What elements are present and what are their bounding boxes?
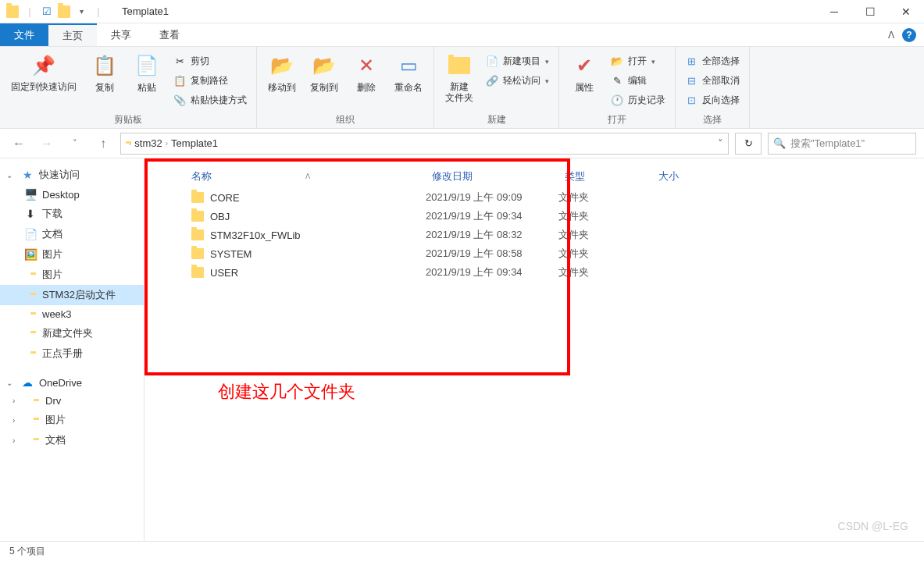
selectnone-button[interactable]: ⊟全部取消 (682, 73, 743, 89)
moveto-button[interactable]: 📂移动到 (263, 50, 301, 98)
title-bar: | ☑ ▾ | Template1 ─ ☐ ✕ (0, 0, 924, 23)
table-row[interactable]: CORE2021/9/19 上午 09:09文件夹 (144, 188, 924, 207)
collapse-ribbon-icon[interactable]: ᐱ (888, 30, 894, 41)
copypath-button[interactable]: 📋复制路径 (170, 73, 250, 89)
breadcrumb-item[interactable]: Template1 (171, 137, 218, 149)
refresh-button[interactable]: ↻ (735, 133, 762, 155)
help-icon[interactable]: ? (902, 28, 916, 42)
cut-button[interactable]: ✂剪切 (170, 53, 250, 69)
sidebar-item-label: week3 (42, 308, 72, 320)
close-button[interactable]: ✕ (888, 0, 924, 23)
sidebar-item[interactable]: week3 (0, 305, 144, 323)
sidebar-item[interactable]: 正点手册 (0, 343, 144, 364)
column-headers: 名称ᐱ 修改日期 类型 大小 (144, 165, 924, 188)
sidebar-item-label: 下载 (42, 207, 62, 221)
sidebar-item-label: Desktop (42, 189, 80, 201)
sidebar-item-label: 新建文件夹 (42, 326, 93, 340)
group-organize: 📂移动到 📂复制到 ✕删除 ▭重命名 组织 (257, 47, 434, 128)
search-input[interactable]: 🔍 搜索"Template1" (768, 133, 916, 155)
folder-icon: 🖥️ (23, 188, 37, 201)
invert-button[interactable]: ⊡反向选择 (682, 92, 743, 108)
tab-file[interactable]: 文件 (0, 23, 48, 46)
breadcrumb-item[interactable]: stm32 (134, 137, 162, 149)
folder-icon[interactable] (58, 5, 70, 18)
folder-icon (191, 248, 204, 259)
sidebar-item[interactable]: 图片 (0, 265, 144, 285)
pasteshortcut-button[interactable]: 📎粘贴快捷方式 (170, 92, 250, 108)
copyto-button[interactable]: 📂复制到 (305, 50, 343, 98)
table-row[interactable]: SYSTEM2021/9/19 上午 08:58文件夹 (144, 244, 924, 263)
newitem-icon: 📄 (486, 55, 498, 68)
sidebar-item[interactable]: ›文档 (0, 430, 144, 450)
column-size[interactable]: 大小 (652, 165, 715, 188)
status-bar: 5 个项目 (0, 541, 924, 561)
file-type: 文件夹 (558, 228, 652, 242)
moveto-icon: 📂 (269, 53, 294, 78)
selectall-button[interactable]: ⊞全部选择 (682, 53, 743, 69)
back-button[interactable]: ← (8, 133, 30, 155)
sidebar-item[interactable]: ›图片 (0, 410, 144, 430)
sidebar-item[interactable]: STM32启动文件 (0, 285, 144, 305)
sidebar-item[interactable]: 📄文档 (0, 224, 144, 244)
edit-button[interactable]: ✎编辑 (608, 73, 669, 89)
sidebar-item-label: 文档 (42, 227, 62, 241)
chevron-right-icon: › (129, 139, 131, 148)
file-type: 文件夹 (558, 265, 652, 279)
copy-button[interactable]: 📋复制 (86, 50, 123, 98)
sidebar-item[interactable]: 新建文件夹 (0, 323, 144, 343)
ribbon-tabs: 文件 主页 共享 查看 ᐱ ? (0, 23, 924, 47)
ribbon: 📌固定到快速访问 📋复制 📄粘贴 ✂剪切 📋复制路径 📎粘贴快捷方式 剪贴板 📂… (0, 47, 924, 129)
table-row[interactable]: OBJ2021/9/19 上午 09:34文件夹 (144, 207, 924, 226)
table-row[interactable]: STM32F10x_FWLib2021/9/19 上午 08:32文件夹 (144, 226, 924, 244)
sidebar-item[interactable]: ›Drv (0, 392, 144, 410)
up-button[interactable]: ↑ (92, 133, 114, 155)
item-count: 5 个项目 (9, 545, 45, 558)
tab-home[interactable]: 主页 (48, 23, 97, 46)
onedrive-node[interactable]: ⌄☁OneDrive (0, 373, 144, 392)
properties-button[interactable]: ✔属性 (565, 50, 603, 98)
file-list: 名称ᐱ 修改日期 类型 大小 CORE2021/9/19 上午 09:09文件夹… (144, 158, 924, 541)
history-button[interactable]: 🕐历史记录 (608, 92, 669, 108)
sort-icon: ᐱ (305, 173, 310, 180)
easyaccess-button[interactable]: 🔗轻松访问 ▾ (483, 73, 552, 89)
open-button[interactable]: 📂打开 ▾ (608, 53, 669, 69)
forward-button[interactable]: → (36, 133, 58, 155)
file-name: USER (210, 267, 238, 279)
file-date: 2021/9/19 上午 08:58 (426, 247, 558, 261)
minimize-button[interactable]: ─ (816, 0, 852, 23)
maximize-button[interactable]: ☐ (852, 0, 888, 23)
scissors-icon: ✂ (173, 55, 186, 68)
column-date[interactable]: 修改日期 (426, 165, 558, 188)
group-label: 选择 (682, 112, 743, 126)
sidebar-item[interactable]: 🖥️Desktop (0, 185, 144, 204)
folder-icon (6, 5, 19, 18)
group-new: 新建 文件夹 📄新建项目 ▾ 🔗轻松访问 ▾ 新建 (434, 47, 559, 128)
column-name[interactable]: 名称ᐱ (160, 165, 426, 188)
paste-button[interactable]: 📄粘贴 (128, 50, 166, 98)
edit-icon: ✎ (611, 75, 623, 87)
newitem-button[interactable]: 📄新建项目 ▾ (483, 53, 552, 69)
rename-button[interactable]: ▭重命名 (390, 50, 427, 98)
delete-button[interactable]: ✕删除 (348, 50, 385, 98)
breadcrumb[interactable]: › stm32 › Template1 ˅ (120, 133, 729, 155)
checkbox-icon[interactable]: ☑ (41, 5, 53, 18)
chevron-down-icon[interactable]: ˅ (718, 137, 723, 149)
newfolder-button[interactable]: 新建 文件夹 (441, 50, 478, 107)
sidebar-item[interactable]: 🖼️图片 (0, 244, 144, 265)
window-title: Template1 (111, 5, 169, 17)
path-icon: 📋 (173, 75, 186, 87)
column-type[interactable]: 类型 (558, 165, 652, 188)
newfolder-icon (447, 53, 472, 78)
group-label: 新建 (441, 112, 552, 126)
sidebar-item[interactable]: ⬇下载 (0, 204, 144, 224)
folder-icon: ⬇ (23, 208, 37, 220)
tab-view[interactable]: 查看 (145, 23, 194, 46)
selectall-icon: ⊞ (685, 55, 697, 68)
tab-share[interactable]: 共享 (97, 23, 145, 46)
dropdown-icon[interactable]: ▾ (75, 5, 87, 18)
quickaccess-node[interactable]: ⌄★快速访问 (0, 165, 144, 185)
table-row[interactable]: USER2021/9/19 上午 09:34文件夹 (144, 263, 924, 282)
recent-button[interactable]: ˅ (64, 133, 86, 155)
pin-button[interactable]: 📌固定到快速访问 (6, 50, 81, 95)
sidebar-item-label: 正点手册 (42, 347, 83, 361)
